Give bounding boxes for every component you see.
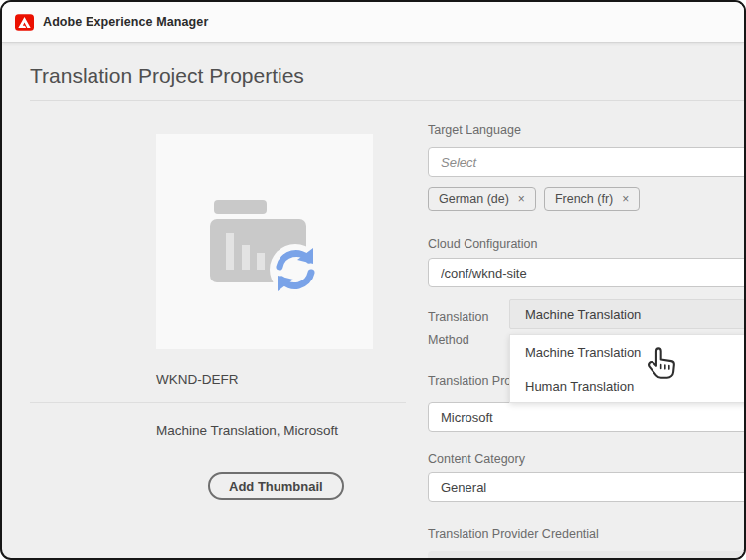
translation-project-folder-icon bbox=[210, 200, 319, 295]
cloud-configuration-input[interactable] bbox=[428, 258, 746, 287]
remove-tag-icon[interactable]: × bbox=[518, 192, 525, 206]
translation-method-dropdown: Machine Translation Human Translation bbox=[509, 334, 746, 403]
target-language-select[interactable] bbox=[428, 147, 746, 177]
language-tag-label: French (fr) bbox=[555, 192, 613, 206]
project-summary: Machine Translation, Microsoft bbox=[156, 423, 338, 438]
thumbnail-preview bbox=[156, 134, 373, 349]
app-title: Adobe Experience Manager bbox=[43, 15, 208, 29]
section-divider bbox=[30, 402, 406, 403]
translation-method-select[interactable]: Machine Translation bbox=[509, 299, 746, 329]
cursor-pointer-icon bbox=[645, 346, 680, 386]
add-thumbnail-button[interactable]: Add Thumbnail bbox=[208, 472, 344, 500]
dropdown-option-human-translation[interactable]: Human Translation bbox=[510, 369, 746, 403]
aem-window: Adobe Experience Manager Translation Pro… bbox=[0, 0, 746, 560]
adobe-logo-icon bbox=[15, 14, 34, 31]
dropdown-option-machine-translation[interactable]: Machine Translation bbox=[510, 335, 746, 369]
content-category-input[interactable] bbox=[428, 472, 746, 502]
project-name: WKND-DEFR bbox=[156, 372, 239, 387]
translation-provider-input[interactable] bbox=[428, 402, 746, 432]
content-category-label: Content Category bbox=[428, 452, 525, 466]
translation-provider-credential-field[interactable] bbox=[428, 551, 746, 560]
target-language-tags: German (de) × French (fr) × bbox=[428, 187, 640, 211]
target-language-label: Target Language bbox=[428, 123, 521, 137]
remove-tag-icon[interactable]: × bbox=[622, 192, 629, 206]
page-title: Translation Project Properties bbox=[30, 64, 304, 88]
top-bar: Adobe Experience Manager bbox=[2, 2, 744, 43]
title-divider bbox=[30, 100, 744, 101]
cloud-configuration-label: Cloud Configuration bbox=[428, 237, 538, 251]
language-tag-french[interactable]: French (fr) × bbox=[544, 187, 640, 211]
translation-method-label: Translation Method bbox=[428, 306, 499, 352]
translation-provider-credential-label: Translation Provider Credential bbox=[428, 527, 599, 541]
language-tag-label: German (de) bbox=[439, 192, 509, 206]
language-tag-german[interactable]: German (de) × bbox=[428, 187, 536, 211]
sync-icon bbox=[270, 244, 319, 295]
